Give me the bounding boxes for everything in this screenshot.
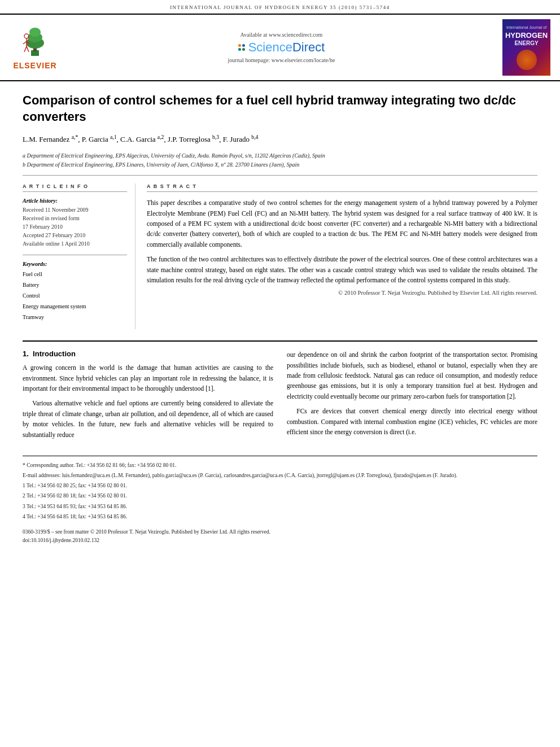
svg-line-9 (24, 46, 27, 52)
abstract-p1: This paper describes a comparative study… (147, 198, 537, 250)
keyword-5: Tramway (23, 312, 127, 322)
footnote-4: 4 Tel.: +34 956 64 85 18; fax: +34 953 6… (23, 512, 537, 521)
history-label: Article history: (23, 198, 127, 204)
paper-title: Comparison of control schemes for a fuel… (23, 93, 537, 125)
sciencedirect-text: ScienceDirect (248, 40, 325, 55)
received2: Received in revised form (23, 214, 127, 222)
svg-line-10 (27, 46, 29, 52)
title-divider (23, 175, 537, 176)
cover-line1: International Journal of (506, 25, 546, 30)
elsevier-tree-icon (15, 25, 55, 59)
cover-circle (517, 50, 537, 70)
dot2 (242, 44, 245, 47)
cover-image: International Journal of HYDROGEN ENERGY (502, 19, 550, 76)
footnotes-section: * Corresponding author. Tel.: +34 956 02… (23, 456, 537, 521)
journal-middle: Available at www.sciencedirect.com Scien… (69, 19, 494, 76)
article-info-abstract-section: A R T I C L E I N F O Article history: R… (23, 184, 537, 329)
keyword-4: Energy management system (23, 301, 127, 312)
sd-dots-icon (238, 44, 245, 51)
footnote-email: E-mail addresses: luis.fernandez@uca.es … (23, 471, 537, 480)
affiliation-b: b Department of Electrical Engineering, … (23, 161, 299, 168)
dot4 (242, 48, 245, 51)
history-keywords-divider (23, 255, 127, 255)
affiliation-a: a Department of Electrical Engineering, … (23, 152, 325, 159)
abstract-p2: The function of the two control architec… (147, 254, 537, 285)
journal-homepage: journal homepage: www.elsevier.com/locat… (228, 57, 335, 63)
body-col-right: our dependence on oil and shrink the car… (287, 350, 537, 444)
abstract-label: A B S T R A C T (147, 184, 537, 192)
logo-row: ELSEVIER Available at www.sciencedirect.… (0, 15, 560, 81)
accepted: Accepted 27 February 2010 (23, 231, 127, 239)
dot3 (238, 48, 241, 51)
svg-point-4 (29, 28, 41, 37)
keywords-label: Keywords: (23, 261, 127, 267)
keyword-1: Fuel cell (23, 269, 127, 279)
intro-heading: 1. Introduction (23, 350, 273, 358)
issn-line: 0360-3199/$ – see front matter © 2010 Pr… (23, 528, 537, 536)
keywords-section: Keywords: Fuel cell Battery Control Ener… (23, 261, 127, 322)
keyword-2: Battery (23, 279, 127, 290)
sciencedirect-logo: ScienceDirect (238, 40, 325, 55)
bottom-bar: 0360-3199/$ – see front matter © 2010 Pr… (23, 528, 537, 545)
body-two-col: 1. Introduction A growing concern in the… (23, 350, 537, 444)
intro-p2: Various alternative vehicle and fuel opt… (23, 398, 273, 440)
doi-line: doi:10.1016/j.ijhydene.2010.02.132 (23, 536, 537, 545)
elsevier-label: ELSEVIER (13, 61, 56, 70)
footnote-1: 1 Tel.: +34 956 02 80 25; fax: +34 956 0… (23, 481, 537, 490)
dot1 (238, 44, 241, 47)
intro-p3: our dependence on oil and shrink the car… (287, 350, 537, 401)
intro-p1: A growing concern in the world is the da… (23, 362, 273, 394)
article-info-label: A R T I C L E I N F O (23, 184, 127, 192)
abstract-col: A B S T R A C T This paper describes a c… (147, 184, 537, 329)
intro-p4: FCs are devices that convert chemical en… (287, 406, 537, 437)
footnote-corresponding: * Corresponding author. Tel.: +34 956 02… (23, 461, 537, 470)
keywords-list: Fuel cell Battery Control Energy managem… (23, 269, 127, 322)
article-history: Article history: Received 11 November 20… (23, 198, 127, 248)
footnote-2: 2 Tel.: +34 956 02 80 18; fax: +34 956 0… (23, 491, 537, 500)
journal-cover: International Journal of HYDROGEN ENERGY (500, 19, 553, 76)
article-info-col: A R T I C L E I N F O Article history: R… (23, 184, 135, 329)
available-text: Available at www.sciencedirect.com (240, 32, 323, 38)
intro-text-left: A growing concern in the world is the da… (23, 362, 273, 440)
copyright-line: © 2010 Professor T. Nejat Veziroglu. Pub… (147, 290, 537, 296)
body-divider (23, 340, 537, 342)
received2-date: 17 February 2010 (23, 222, 127, 231)
authors-line: L.M. Fernandez a,*, P. Garcia a,1, C.A. … (23, 133, 537, 146)
received1: Received 11 November 2009 (23, 206, 127, 214)
available-online: Available online 1 April 2010 (23, 239, 127, 248)
footnote-3: 3 Tel.: +34 953 64 85 93; fax: +34 953 6… (23, 502, 537, 511)
body-col-left: 1. Introduction A growing concern in the… (23, 350, 273, 444)
affiliations: a Department of Electrical Engineering, … (23, 151, 537, 169)
journal-header: INTERNATIONAL JOURNAL OF HYDROGEN ENERGY… (0, 0, 560, 15)
intro-text-right: our dependence on oil and shrink the car… (287, 350, 537, 437)
keyword-3: Control (23, 290, 127, 301)
main-body: 1. Introduction A growing concern in the… (23, 340, 537, 444)
cover-line3: ENERGY (514, 40, 538, 46)
cover-line2: HYDROGEN (505, 32, 548, 40)
article-content: Comparison of control schemes for a fuel… (0, 81, 560, 556)
abstract-text: This paper describes a comparative study… (147, 198, 537, 285)
elsevier-logo: ELSEVIER (7, 19, 63, 76)
